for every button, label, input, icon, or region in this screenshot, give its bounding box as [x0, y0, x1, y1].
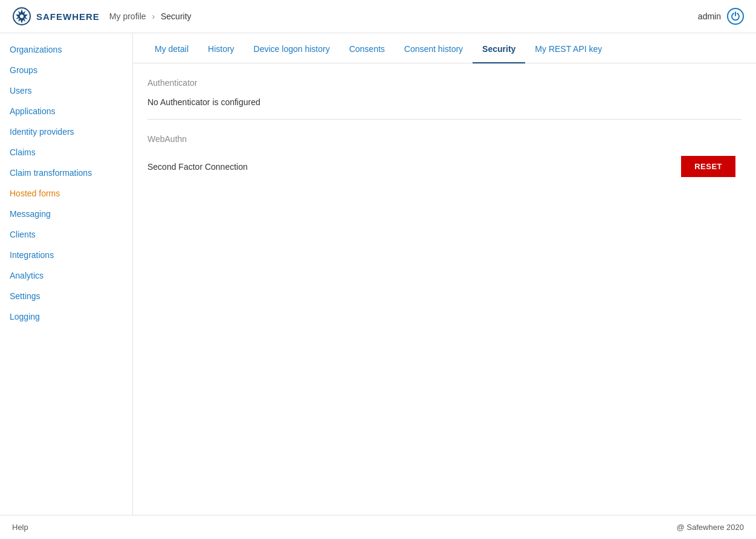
- sidebar-item-analytics[interactable]: Analytics: [0, 265, 132, 286]
- second-factor-row: Second Factor Connection RESET: [147, 156, 741, 177]
- sidebar-item-organizations[interactable]: Organizations: [0, 39, 132, 60]
- tab-security[interactable]: Security: [473, 33, 525, 63]
- tab-consents[interactable]: Consents: [340, 33, 395, 63]
- webauthn-section-title: WebAuthn: [147, 134, 741, 144]
- footer-copyright: @ Safewhere 2020: [677, 523, 745, 532]
- sidebar-item-logging[interactable]: Logging: [0, 306, 132, 327]
- header-right: admin: [698, 8, 744, 25]
- content: My detail History Device logon history C…: [133, 33, 756, 515]
- section-divider: [147, 119, 741, 120]
- logo-area: SAFEWHERE: [12, 7, 100, 26]
- user-name: admin: [698, 11, 721, 21]
- tab-consent-history[interactable]: Consent history: [395, 33, 473, 63]
- breadcrumb: My profile › Security: [109, 11, 192, 21]
- sidebar-item-clients[interactable]: Clients: [0, 224, 132, 245]
- sidebar-item-groups[interactable]: Groups: [0, 60, 132, 80]
- tabs-bar: My detail History Device logon history C…: [133, 33, 756, 63]
- logo-icon: [12, 7, 31, 26]
- sidebar-item-identity-providers[interactable]: Identity providers: [0, 121, 132, 142]
- tab-rest-api-key[interactable]: My REST API key: [525, 33, 612, 63]
- sidebar-item-hosted-forms[interactable]: Hosted forms: [0, 183, 132, 204]
- sidebar-item-integrations[interactable]: Integrations: [0, 245, 132, 265]
- power-button[interactable]: [727, 8, 744, 25]
- second-factor-label: Second Factor Connection: [147, 162, 248, 172]
- tab-device-logon-history[interactable]: Device logon history: [244, 33, 340, 63]
- sidebar-item-claims[interactable]: Claims: [0, 142, 132, 163]
- authenticator-section-title: Authenticator: [147, 78, 741, 88]
- tab-history[interactable]: History: [198, 33, 244, 63]
- breadcrumb-current: Security: [161, 11, 192, 21]
- reset-button[interactable]: RESET: [681, 156, 735, 177]
- footer-help-link[interactable]: Help: [12, 523, 28, 532]
- logo-text: SAFEWHERE: [36, 11, 100, 22]
- tab-my-detail[interactable]: My detail: [145, 33, 198, 63]
- header-left: SAFEWHERE My profile › Security: [12, 7, 192, 26]
- sidebar-item-messaging[interactable]: Messaging: [0, 204, 132, 224]
- content-body: Authenticator No Authenticator is config…: [133, 63, 756, 515]
- no-authenticator-text: No Authenticator is configured: [147, 97, 741, 107]
- svg-point-2: [20, 15, 24, 18]
- sidebar: Organizations Groups Users Applications …: [0, 33, 133, 515]
- main-layout: Organizations Groups Users Applications …: [0, 33, 756, 515]
- breadcrumb-arrow: ›: [152, 11, 155, 21]
- sidebar-item-applications[interactable]: Applications: [0, 101, 132, 121]
- footer: Help @ Safewhere 2020: [0, 515, 756, 539]
- sidebar-item-users[interactable]: Users: [0, 80, 132, 101]
- header: SAFEWHERE My profile › Security admin: [0, 0, 756, 33]
- breadcrumb-link[interactable]: My profile: [109, 11, 146, 21]
- sidebar-item-claim-transformations[interactable]: Claim transformations: [0, 163, 132, 183]
- sidebar-item-settings[interactable]: Settings: [0, 286, 132, 306]
